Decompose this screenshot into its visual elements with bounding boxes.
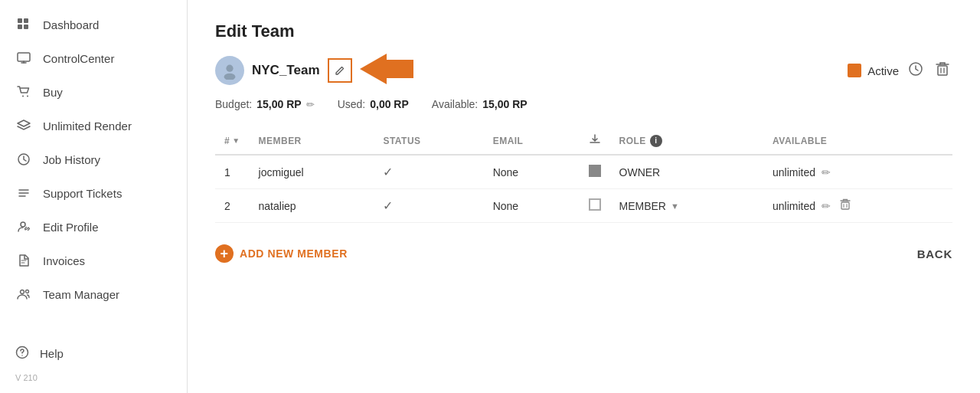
budget-value: 15,00 RP — [256, 98, 301, 110]
version-label: V 210 — [0, 370, 187, 385]
sidebar-item-help[interactable]: Help — [0, 337, 187, 370]
team-avatar — [215, 56, 244, 85]
budget-item: Budget: 15,00 RP ✏ — [215, 98, 315, 110]
row2-role: MEMBER ▼ — [610, 189, 764, 223]
square-outline-icon — [589, 198, 601, 211]
available-label: Available: — [432, 98, 478, 110]
sidebar-item-edit-profile-label: Edit Profile — [43, 221, 99, 234]
status-check-icon: ✓ — [383, 199, 393, 212]
cart-icon — [15, 84, 32, 100]
col-email: EMAIL — [484, 127, 580, 155]
delete-member-icon[interactable] — [840, 198, 851, 213]
svg-rect-19 — [841, 202, 849, 209]
role-dropdown-icon[interactable]: ▼ — [671, 201, 679, 211]
team-name: NYC_Team — [252, 63, 320, 78]
col-member: MEMBER — [250, 127, 374, 155]
col-role: ROLE i — [610, 127, 764, 155]
edit-team-name-button[interactable] — [328, 58, 352, 83]
row2-member: nataliep — [250, 189, 374, 223]
row2-square — [580, 189, 610, 223]
available-item: Available: 15,00 RP — [432, 98, 528, 110]
sidebar-item-buy[interactable]: Buy — [0, 75, 187, 109]
users-icon — [15, 286, 32, 303]
sidebar-item-job-history[interactable]: Job History — [0, 142, 187, 176]
status-label: Active — [867, 64, 899, 77]
svg-point-5 — [22, 96, 24, 97]
budget-label: Budget: — [215, 98, 252, 110]
available-value: 15,00 RP — [482, 98, 527, 110]
svg-marker-16 — [360, 54, 413, 84]
row2-available: unlimited ✏ — [763, 189, 952, 223]
svg-rect-3 — [24, 25, 28, 29]
team-status-area: Active — [848, 58, 952, 84]
history-icon — [15, 151, 32, 168]
role-info-icon[interactable]: i — [650, 135, 662, 147]
sidebar-item-dashboard[interactable]: Dashboard — [0, 8, 187, 41]
sidebar-item-dashboard-label: Dashboard — [43, 18, 99, 31]
row1-available: unlimited ✏ — [763, 155, 952, 189]
col-download — [580, 127, 610, 155]
row2-email: None — [484, 189, 580, 223]
col-available: AVAILABLE — [763, 127, 952, 155]
status-dot — [848, 64, 861, 77]
table-row: 2 nataliep ✓ None MEMBER ▼ unli — [215, 189, 952, 223]
help-icon — [15, 346, 29, 362]
sidebar-item-support-tickets[interactable]: Support Tickets — [0, 176, 187, 210]
layers-icon — [15, 117, 32, 134]
used-label: Used: — [338, 98, 366, 110]
row1-member: jocmiguel — [250, 155, 374, 189]
team-header-row: NYC_Team Active — [215, 54, 952, 87]
edit-budget-icon[interactable]: ✏ — [306, 99, 315, 110]
sidebar-help-label: Help — [40, 347, 64, 360]
sidebar-item-unlimited-render-label: Unlimited Render — [43, 120, 132, 133]
bottom-row: + ADD NEW MEMBER BACK — [215, 244, 952, 263]
svg-point-6 — [27, 96, 28, 97]
sidebar-item-job-history-label: Job History — [43, 153, 100, 166]
list-icon — [15, 185, 32, 201]
used-item: Used: 0,00 RP — [338, 98, 409, 110]
sidebar-item-edit-profile[interactable]: Edit Profile — [0, 210, 187, 244]
sidebar-item-controlcenter[interactable]: ControlCenter — [0, 41, 187, 75]
svg-rect-2 — [18, 25, 22, 29]
sidebar-item-unlimited-render[interactable]: Unlimited Render — [0, 109, 187, 142]
budget-row: Budget: 15,00 RP ✏ Used: 0,00 RP Availab… — [215, 98, 952, 110]
row1-role: OWNER — [610, 155, 764, 189]
svg-point-13 — [226, 65, 233, 72]
used-value: 0,00 RP — [370, 98, 409, 110]
edit-available-icon[interactable]: ✏ — [822, 200, 831, 212]
square-filled-icon — [589, 165, 601, 177]
edit-available-icon[interactable]: ✏ — [822, 166, 831, 178]
delete-team-icon[interactable] — [933, 58, 952, 84]
sidebar-item-controlcenter-label: ControlCenter — [43, 52, 114, 65]
svg-point-9 — [21, 290, 24, 294]
svg-point-8 — [21, 222, 25, 227]
page-title: Edit Team — [215, 21, 952, 41]
grid-icon — [15, 16, 32, 33]
row1-num: 1 — [215, 155, 250, 189]
row2-num: 2 — [215, 189, 250, 223]
user-edit-icon — [15, 218, 32, 235]
col-status: STATUS — [374, 127, 483, 155]
row1-email: None — [484, 155, 580, 189]
sidebar-item-team-manager[interactable]: Team Manager — [0, 277, 187, 311]
add-member-button[interactable]: + ADD NEW MEMBER — [215, 244, 348, 263]
monitor-icon — [15, 50, 32, 67]
row1-square — [580, 155, 610, 189]
sidebar-item-support-tickets-label: Support Tickets — [43, 187, 122, 200]
history-action-icon[interactable] — [905, 58, 926, 84]
svg-rect-1 — [24, 18, 28, 23]
svg-rect-4 — [18, 53, 30, 61]
svg-rect-0 — [18, 18, 22, 23]
table-row: 1 jocmiguel ✓ None OWNER unlimited ✏ — [215, 155, 952, 189]
sidebar-item-buy-label: Buy — [43, 86, 63, 99]
sidebar-item-invoices[interactable]: Invoices — [0, 244, 187, 277]
col-num: # ▼ — [224, 136, 240, 146]
row1-status: ✓ — [374, 155, 483, 189]
status-check-icon: ✓ — [383, 165, 393, 178]
plus-circle-icon: + — [215, 244, 234, 263]
file-icon — [15, 252, 32, 269]
sidebar: Dashboard ControlCenter Buy Unlimited Re… — [0, 0, 188, 393]
svg-point-12 — [21, 355, 23, 356]
back-button[interactable]: BACK — [917, 247, 952, 260]
row2-status: ✓ — [374, 189, 483, 223]
